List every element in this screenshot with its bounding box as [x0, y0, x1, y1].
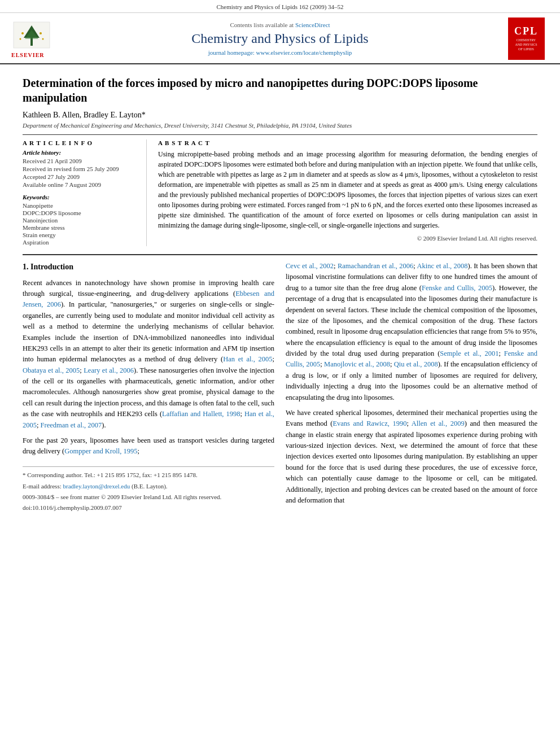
issn-line: 0009-3084/$ – see front matter © 2009 El…	[23, 492, 274, 502]
info-abstract-section: A R T I C L E I N F O Article history: R…	[23, 134, 537, 246]
right-para-1: Cevc et al., 2002; Ramachandran et al., …	[286, 261, 537, 403]
ref-allen[interactable]: Allen et al., 2009	[412, 420, 465, 427]
abstract-heading: A B S T R A C T	[158, 139, 537, 146]
keyword-3: Nanoinjection	[23, 217, 139, 224]
keyword-6: Aspiration	[23, 239, 139, 246]
doi-line: doi:10.1016/j.chemphyslip.2009.07.007	[23, 503, 274, 513]
abstract-col: A B S T R A C T Using micropipette-based…	[158, 139, 537, 246]
svg-point-6	[20, 38, 21, 40]
ref-fenske-1[interactable]: Fenske and Cullis, 2005	[422, 284, 492, 292]
journal-header: ELSEVIER Contents lists available at Sci…	[0, 13, 560, 64]
article-info-heading: A R T I C L E I N F O	[23, 139, 139, 146]
ref-qiu[interactable]: Qiu et al., 2008	[394, 360, 438, 368]
cpl-letters: CPL	[514, 25, 538, 37]
cpl-subtext: CHEMISTRYAND PHYSICSOF LIPIDS	[515, 38, 537, 51]
ref-evans[interactable]: Evans and Rawicz, 1990	[333, 420, 406, 427]
ref-laffafian[interactable]: Laffafian and Hallett, 1998	[162, 410, 240, 418]
body-col-right: Cevc et al., 2002; Ramachandran et al., …	[286, 261, 537, 514]
keywords-section: Keywords: Nanopipette DOPC:DOPS liposome…	[23, 194, 139, 246]
keyword-5: Strain energy	[23, 231, 139, 238]
ref-ramachandran[interactable]: Ramachandran et al., 2006	[338, 262, 413, 270]
body-section: 1. Introduction Recent advances in nanot…	[23, 261, 537, 514]
article-authors: Kathleen B. Allen, Bradley E. Layton*	[23, 111, 537, 120]
intro-para-2: For the past 20 years, liposomes have be…	[23, 435, 274, 457]
star-note-text: * Corresponding author. Tel.: +1 215 895…	[23, 471, 198, 478]
abstract-text: Using micropipette-based probing methods…	[158, 149, 537, 230]
footer-notes: * Corresponding author. Tel.: +1 215 895…	[23, 466, 274, 513]
email-note: E-mail address: bradley.layton@drexel.ed…	[23, 482, 274, 491]
keyword-4: Membrane stress	[23, 224, 139, 231]
article-title: Determination of the forces imposed by m…	[23, 76, 537, 105]
elsevier-logo	[11, 20, 52, 51]
journal-citation: Chemistry and Physics of Lipids 162 (200…	[216, 3, 343, 10]
copyright-line: © 2009 Elsevier Ireland Ltd. All rights …	[158, 235, 537, 242]
main-content: Determination of the forces imposed by m…	[0, 64, 560, 525]
cpl-logo-area: CPL CHEMISTRYAND PHYSICSOF LIPIDS	[504, 18, 549, 60]
journal-homepage-line: journal homepage: www.elsevier.com/locat…	[56, 49, 504, 56]
cpl-logo-box: CPL CHEMISTRYAND PHYSICSOF LIPIDS	[508, 18, 545, 60]
ref-ebbesen[interactable]: Ebbesen and Jensen, 2006	[23, 290, 274, 308]
sciencedirect-link[interactable]: ScienceDirect	[295, 21, 330, 28]
ref-freedman[interactable]: Freedman et al., 2007	[41, 421, 102, 429]
ref-gompper[interactable]: Gompper and Kroll, 1995	[64, 447, 137, 455]
body-col-left: 1. Introduction Recent advances in nanot…	[23, 261, 274, 514]
svg-point-4	[21, 32, 24, 34]
intro-para-1: Recent advances in nanotechnology have s…	[23, 278, 274, 431]
email-suffix: (B.E. Layton).	[132, 483, 168, 490]
accepted-date: Accepted 27 July 2009	[23, 173, 139, 180]
sciencedirect-line: Contents lists available at ScienceDirec…	[56, 21, 504, 28]
available-date: Available online 7 August 2009	[23, 181, 139, 188]
keyword-2: DOPC:DOPS liposome	[23, 209, 139, 216]
abstract-paragraph: Using micropipette-based probing methods…	[158, 149, 537, 230]
email-address[interactable]: bradley.layton@drexel.edu	[63, 483, 130, 490]
article-info-col: A R T I C L E I N F O Article history: R…	[23, 139, 147, 246]
homepage-url[interactable]: www.elsevier.com/locate/chemphyslip	[256, 49, 352, 56]
elsevier-logo-area: ELSEVIER	[11, 20, 56, 58]
ref-leary[interactable]: Leary et al., 2006	[84, 366, 134, 374]
journal-header-center: Contents lists available at ScienceDirec…	[56, 21, 504, 56]
contents-available-text: Contents lists available at	[230, 21, 294, 28]
right-para-2: We have created spherical liposomes, det…	[286, 408, 537, 506]
journal-title: Chemistry and Physics of Lipids	[56, 30, 504, 47]
svg-point-5	[40, 32, 42, 34]
ref-obataya[interactable]: Obataya et al., 2005	[23, 366, 80, 374]
homepage-label: journal homepage:	[208, 49, 255, 56]
email-label: E-mail address:	[23, 483, 62, 490]
ref-akinc[interactable]: Akinc et al., 2008	[417, 262, 468, 270]
elsevier-logo-svg	[12, 21, 51, 49]
svg-point-7	[42, 38, 44, 40]
ref-cevc[interactable]: Cevc et al., 2002	[286, 262, 334, 270]
section-divider	[23, 254, 537, 255]
keywords-label: Keywords:	[23, 194, 139, 200]
elsevier-wordmark: ELSEVIER	[11, 52, 45, 58]
history-label: Article history:	[23, 149, 139, 156]
ref-manojlovic[interactable]: Manojlovic et al., 2008	[324, 360, 390, 368]
received-revised-date: Received in revised form 25 July 2009	[23, 165, 139, 172]
keyword-1: Nanopipette	[23, 202, 139, 209]
ref-han-2005[interactable]: Han et al., 2005	[223, 355, 272, 363]
top-bar: Chemistry and Physics of Lipids 162 (200…	[0, 0, 560, 13]
authors-text: Kathleen B. Allen, Bradley E. Layton*	[23, 111, 146, 119]
star-note: * Corresponding author. Tel.: +1 215 895…	[23, 470, 274, 480]
svg-rect-1	[30, 38, 33, 46]
page-container: Chemistry and Physics of Lipids 162 (200…	[0, 0, 560, 747]
ref-semple[interactable]: Semple et al., 2001	[440, 350, 498, 357]
received-date: Received 21 April 2009	[23, 158, 139, 164]
intro-section-title: 1. Introduction	[23, 261, 274, 273]
article-affiliation: Department of Mechanical Engineering and…	[23, 122, 537, 129]
